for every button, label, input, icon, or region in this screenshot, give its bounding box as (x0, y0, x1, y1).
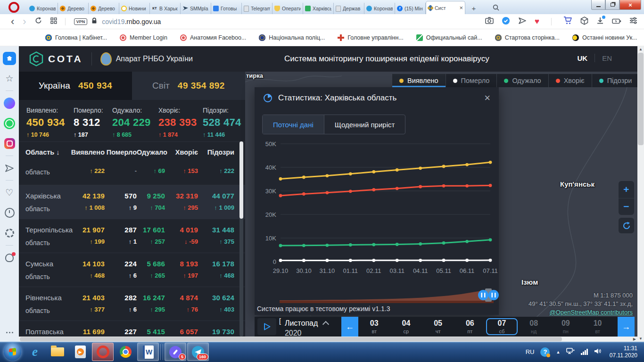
new-tab-button[interactable]: + (468, 3, 479, 13)
cell-delta[interactable]: ↑ 377 (69, 306, 105, 313)
cell-delta[interactable]: ↑ 295 (137, 306, 165, 313)
sidebar-myflow-button[interactable] (5, 158, 14, 178)
table-cell[interactable]: - (105, 167, 137, 185)
timeline-day-06[interactable]: 06пт (454, 317, 486, 337)
bookmark-label[interactable]: Member Login (130, 34, 167, 41)
stat-0[interactable]: Виявлено:450 934↑ 10 746 (26, 107, 74, 141)
column-header[interactable]: Область ↓ (25, 148, 69, 156)
bookmark-item[interactable]: Анатомия Faceboo... (180, 34, 246, 41)
map-refresh-button[interactable] (619, 218, 634, 233)
table-row[interactable]: Харківськаобласть42 139↑ 1 008570↑ 99 25… (19, 185, 245, 219)
table-row[interactable]: Сумськаобласть14 103↑ 468224↑ 65 686↑ 26… (19, 253, 245, 287)
day-weekday[interactable]: нд (531, 329, 537, 334)
sidebar-tips-button[interactable] (5, 247, 14, 268)
table-cell[interactable]: 282↑ 6 (105, 293, 137, 321)
table-cell[interactable]: ↑ 222 (198, 167, 234, 185)
table-cell[interactable]: 8 193↑ 197 (165, 259, 198, 287)
browser-tab[interactable]: Коронав (27, 3, 58, 14)
legend-label[interactable]: Хворіє (564, 77, 585, 84)
language-indicator[interactable]: RU (526, 348, 535, 355)
table-cell[interactable]: 6 057 (165, 327, 198, 337)
tab-label[interactable]: В Харьк (159, 6, 178, 11)
cell-delta[interactable]: ↑ 222 (69, 167, 105, 174)
stat-value[interactable]: 8 312 (74, 116, 112, 129)
clock[interactable]: 11:31 07.11.2020 (610, 345, 637, 359)
tab-label[interactable]: Дерево (67, 6, 86, 11)
day-number[interactable]: 06 (466, 319, 474, 328)
opera-menu-button[interactable] (0, 0, 27, 14)
day-weekday[interactable]: пн (563, 329, 569, 334)
table-cell[interactable]: 21 403↑ 377 (69, 293, 105, 321)
day-number[interactable]: 03 (370, 319, 379, 328)
scroll-up-arrow-icon[interactable]: ▲ (637, 47, 644, 51)
tab-label[interactable]: SMMpla (190, 6, 209, 11)
region-name[interactable]: Харківськаобласть (25, 191, 69, 219)
table-cell[interactable]: 31 448↑ 375 (198, 225, 234, 253)
bookmark-item[interactable]: Головна | Кабінет... (45, 34, 107, 41)
person-blue-favicon[interactable] (366, 6, 372, 11)
cell-value[interactable]: 9 250 (137, 191, 165, 201)
vertical-scrollbar[interactable]: ▲ ▼ (637, 46, 644, 342)
day-weekday[interactable]: ср (404, 329, 409, 334)
window-close-button[interactable]: × (619, 0, 641, 10)
legend-item[interactable]: Підозри (592, 74, 637, 87)
legend-item[interactable]: Виявлено (392, 74, 446, 87)
day-weekday[interactable]: вт (595, 329, 600, 334)
doc-gray-favicon[interactable] (336, 6, 341, 12)
timeline-day-04[interactable]: 04ср (390, 317, 422, 337)
timeline-day-05[interactable]: 05чт (422, 317, 454, 337)
legend-label[interactable]: Виявлено (407, 77, 438, 84)
tab-label[interactable]: Дерево (98, 6, 117, 11)
sidebar-messenger-button[interactable] (4, 93, 15, 113)
region-name[interactable]: Сумськаобласть (25, 259, 69, 287)
bookmark-item[interactable]: Головне управлінн... (338, 34, 404, 41)
lang-en-button[interactable]: EN (602, 54, 612, 62)
scroll-down-arrow-icon[interactable]: ▼ (637, 337, 644, 341)
table-row[interactable]: Рівненськаобласть21 403↑ 377282↑ 616 247… (19, 287, 245, 321)
legend-label[interactable]: Підозри (607, 77, 632, 84)
cell-value[interactable]: 570 (105, 191, 137, 201)
table-cell[interactable]: 19 730 (198, 327, 234, 337)
table-scrollbar[interactable] (239, 141, 243, 337)
tab-label[interactable]: Коронав (37, 6, 56, 11)
cell-value[interactable]: 11 699 (69, 327, 105, 337)
timeline-prev-button[interactable]: ← (341, 317, 358, 337)
tab-label[interactable]: Сист (435, 5, 457, 11)
legend-dot-icon[interactable] (599, 79, 603, 83)
cell-delta[interactable]: ↑ 468 (69, 272, 105, 279)
target-red-icon[interactable] (180, 34, 187, 41)
cell-value[interactable]: 17 601 (137, 225, 165, 235)
region-name-line1[interactable]: Рівненська (25, 293, 69, 303)
table-cell[interactable]: 16 178↑ 468 (198, 259, 234, 287)
taskbar-word-button[interactable]: W (137, 343, 159, 361)
legend-label[interactable]: Померло (461, 77, 490, 84)
cell-value[interactable]: 42 139 (69, 191, 105, 201)
table-cell[interactable]: 287↑ 1 (105, 225, 137, 253)
cell-delta[interactable]: ↑ 153 (165, 167, 198, 174)
tab-close-icon[interactable]: × (459, 6, 463, 10)
timeline-next-button[interactable]: → (618, 317, 635, 337)
tab-label[interactable]: (15) Мін (405, 6, 423, 11)
legend-dot-icon[interactable] (504, 79, 508, 83)
taskbar-viber-button[interactable]: 5 (165, 343, 186, 361)
region-name-line2[interactable]: область (25, 238, 69, 247)
vpn-badge[interactable]: VPN (74, 18, 88, 25)
flow-send-icon[interactable] (518, 17, 527, 26)
stat-label[interactable]: Одужало: (112, 107, 158, 114)
browser-tab[interactable]: Операти (272, 3, 303, 14)
stat-label[interactable]: Виявлено: (26, 107, 74, 114)
stat-delta[interactable]: ↑ 11 446 (203, 132, 243, 138)
table-cell[interactable]: 4 874↑ 76 (165, 293, 198, 321)
tree-orange-favicon[interactable] (91, 6, 96, 11)
cell-value[interactable]: 16 178 (198, 259, 234, 269)
vertical-scrollbar-thumb[interactable] (638, 53, 644, 145)
cell-delta[interactable]: ↑ 468 (198, 272, 234, 279)
table-cell[interactable]: 44 077↑ 1 009 (198, 191, 234, 219)
cell-delta[interactable]: - (105, 167, 137, 174)
region-name-line2[interactable]: область (25, 167, 69, 177)
favorites-heart-icon[interactable]: ♥ (535, 17, 539, 26)
extensions-cube-icon[interactable] (580, 16, 588, 27)
day-weekday[interactable]: сб (499, 329, 505, 334)
column-header[interactable]: Померло (105, 148, 137, 156)
cell-delta[interactable]: ↑ 704 (137, 204, 165, 211)
